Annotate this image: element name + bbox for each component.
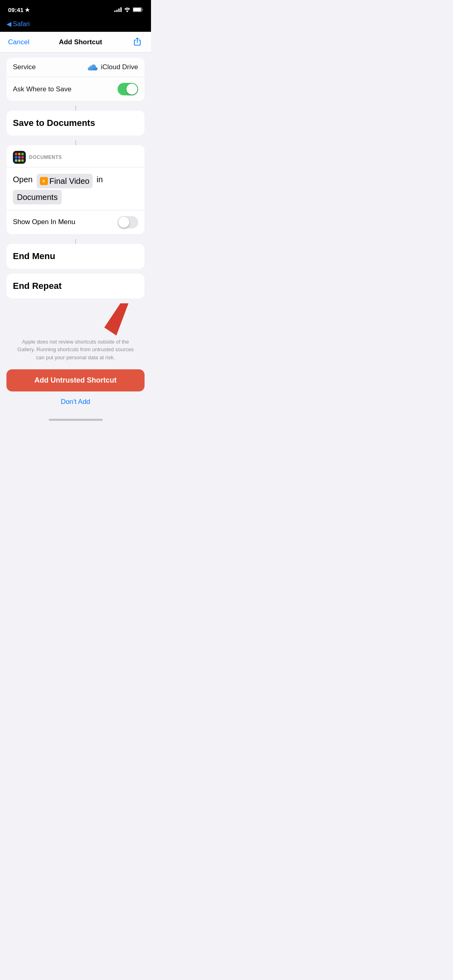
grid-cell-8 bbox=[18, 159, 21, 162]
share-button[interactable] bbox=[132, 37, 143, 48]
docs-section-label: DOCUMENTS bbox=[29, 154, 62, 160]
svg-rect-2 bbox=[133, 8, 141, 11]
connector-1 bbox=[75, 106, 76, 111]
safari-back-label[interactable]: Safari bbox=[13, 21, 30, 28]
grid-cell-5 bbox=[18, 156, 21, 159]
share-icon bbox=[133, 38, 142, 47]
status-time: 09:41 bbox=[8, 6, 30, 13]
svg-rect-3 bbox=[142, 9, 143, 10]
file-name-text: Final Video bbox=[50, 175, 90, 187]
add-untrusted-button[interactable]: Add Untrusted Shortcut bbox=[6, 369, 145, 391]
svg-point-0 bbox=[126, 10, 128, 12]
save-to-documents-card[interactable]: Save to Documents bbox=[6, 111, 145, 136]
home-bar bbox=[49, 419, 103, 421]
end-menu-label: End Menu bbox=[13, 251, 55, 261]
documents-card: DOCUMENTS Open x Final Video in Document… bbox=[6, 145, 145, 234]
show-open-in-menu-row: Show Open In Menu bbox=[6, 210, 145, 234]
end-repeat-label: End Repeat bbox=[13, 281, 62, 291]
service-row: Service iCloud Drive bbox=[6, 58, 145, 77]
ask-where-row: Ask Where to Save bbox=[6, 77, 145, 101]
svg-marker-6 bbox=[104, 303, 128, 336]
file-name-tag[interactable]: x Final Video bbox=[37, 174, 93, 188]
cancel-button[interactable]: Cancel bbox=[8, 38, 29, 46]
end-menu-card[interactable]: End Menu bbox=[6, 244, 145, 269]
grid-cell-9 bbox=[21, 159, 24, 162]
connector-2 bbox=[75, 140, 76, 145]
main-content: Service iCloud Drive Ask Where to Save bbox=[0, 53, 151, 369]
ask-where-toggle[interactable] bbox=[118, 83, 138, 95]
docs-header: DOCUMENTS bbox=[6, 145, 145, 167]
service-label: Service bbox=[13, 63, 36, 71]
wifi-icon bbox=[124, 7, 130, 12]
home-indicator bbox=[0, 416, 151, 427]
service-card: Service iCloud Drive Ask Where to Save bbox=[6, 58, 145, 101]
nav-title: Add Shortcut bbox=[59, 38, 102, 46]
signal-icon bbox=[114, 7, 122, 12]
save-to-documents-label: Save to Documents bbox=[13, 118, 95, 128]
open-text-after: in bbox=[97, 175, 103, 184]
nav-bar: Cancel Add Shortcut bbox=[0, 32, 151, 53]
battery-icon bbox=[133, 7, 143, 12]
icloud-icon bbox=[87, 63, 98, 71]
documents-app-icon bbox=[13, 151, 26, 164]
back-chevron: ◀ bbox=[6, 20, 11, 28]
file-type-icon: x bbox=[40, 177, 48, 185]
grid-cell-3 bbox=[21, 153, 24, 155]
service-value-text: iCloud Drive bbox=[101, 63, 138, 71]
show-open-toggle[interactable] bbox=[118, 216, 138, 229]
status-bar: 09:41 bbox=[0, 0, 151, 18]
grid-cell-4 bbox=[15, 156, 17, 159]
grid-cell-2 bbox=[18, 153, 21, 155]
service-value: iCloud Drive bbox=[87, 63, 138, 71]
open-text-before: Open bbox=[13, 175, 33, 184]
grid-cell-1 bbox=[15, 153, 17, 155]
end-repeat-card[interactable]: End Repeat bbox=[6, 274, 145, 299]
docs-open-text: Open x Final Video in Documents bbox=[13, 173, 138, 204]
grid-cell-6 bbox=[21, 156, 24, 159]
grid-cell-7 bbox=[15, 159, 17, 162]
location-icon bbox=[25, 7, 30, 12]
connector-3 bbox=[75, 239, 76, 244]
app-name-text: Documents bbox=[17, 193, 58, 202]
status-icons bbox=[114, 7, 143, 12]
app-name-pill[interactable]: Documents bbox=[13, 190, 62, 204]
docs-open-content: Open x Final Video in Documents bbox=[6, 167, 145, 210]
arrow-annotation bbox=[6, 303, 145, 336]
dont-add-button[interactable]: Don't Add bbox=[0, 398, 151, 406]
show-open-label: Show Open In Menu bbox=[13, 218, 75, 226]
safari-back-bar[interactable]: ◀ Safari bbox=[0, 18, 151, 32]
ask-where-label: Ask Where to Save bbox=[13, 85, 72, 93]
footer-disclaimer: Apple does not review shortcuts outside … bbox=[6, 331, 145, 370]
red-arrow-icon bbox=[96, 303, 137, 336]
